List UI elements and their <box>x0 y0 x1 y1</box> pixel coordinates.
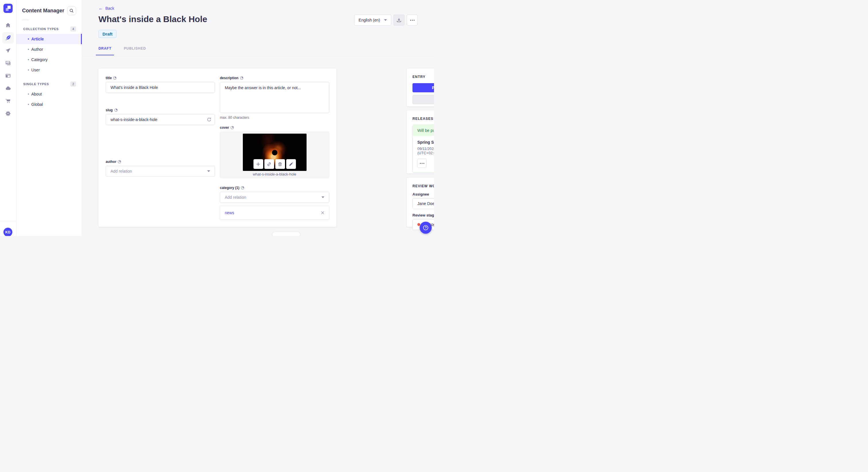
sidebar-item-label: Author <box>31 47 43 52</box>
save-button[interactable]: Save <box>412 95 434 104</box>
title-input[interactable] <box>105 82 215 93</box>
sidebar-item-user[interactable]: User <box>17 65 82 75</box>
releases-panel: RELEASES Will be published in Spring Sum… <box>407 110 434 173</box>
content-manager-icon[interactable] <box>2 32 14 43</box>
slug-field-label: slug <box>105 108 215 112</box>
back-arrow-icon: ← <box>98 6 103 11</box>
logo-shape-2 <box>6 8 9 11</box>
sidebar-item-article[interactable]: Article <box>17 34 82 44</box>
locale-select[interactable]: English (en) <box>354 14 391 26</box>
tab-published[interactable]: PUBLISHED <box>124 46 146 55</box>
description-hint: max. 80 characters <box>220 115 329 120</box>
content-type-builder-icon[interactable] <box>2 70 14 81</box>
sidebar-title: Content Manager <box>22 8 64 14</box>
back-label: Back <box>105 6 114 11</box>
content-manager-sidebar: Content Manager COLLECTION TYPES 4 Artic… <box>17 0 82 236</box>
slug-input[interactable] <box>105 114 215 125</box>
review-stage-label: Review stage <box>412 213 434 217</box>
locale-value: English (en) <box>359 18 380 22</box>
collection-types-count: 4 <box>70 26 76 32</box>
sidebar-item-category[interactable]: Category <box>17 55 82 65</box>
release-more-button[interactable] <box>417 159 427 168</box>
relation-item-news[interactable]: news <box>220 206 329 220</box>
author-field-label: author <box>105 160 215 164</box>
description-textarea[interactable]: Maybe the answer is in this article, or … <box>220 82 329 113</box>
bullet-icon <box>28 38 29 40</box>
author-placeholder: Add relation <box>111 169 132 173</box>
sidebar-item-author[interactable]: Author <box>17 44 82 55</box>
field-label-text: category (1) <box>220 186 239 190</box>
delete-media-button[interactable] <box>275 159 285 169</box>
ellipsis-icon <box>410 20 414 21</box>
assignee-value: Jane Doe <box>417 201 434 206</box>
sidebar-item-about[interactable]: About <box>17 89 82 99</box>
tabs-divider <box>82 56 434 57</box>
main-nav-rail: KD <box>0 0 17 236</box>
cover-field-label: cover <box>220 126 329 130</box>
assignee-label: Assignee <box>412 192 434 196</box>
bottom-scroll-pill[interactable] <box>272 232 300 236</box>
back-link[interactable]: ← Back <box>98 6 114 11</box>
sidebar-item-label: About <box>31 92 42 96</box>
header-more-button[interactable] <box>407 14 417 26</box>
trash-icon <box>278 162 282 166</box>
refresh-icon <box>207 117 212 122</box>
review-workflows-panel: REVIEW WORKFLOWS Assignee Jane Doe Revie… <box>407 178 434 227</box>
media-library-icon[interactable] <box>2 57 14 69</box>
assignee-select[interactable]: Jane Doe <box>412 198 434 209</box>
copy-link-button[interactable] <box>265 159 274 169</box>
search-button[interactable] <box>67 6 76 15</box>
bullet-icon <box>28 94 29 95</box>
bullet-icon <box>28 49 29 50</box>
author-relation-select[interactable]: Add relation <box>105 166 215 177</box>
search-icon <box>69 9 74 13</box>
rail-divider <box>0 221 16 222</box>
marketplace-icon[interactable] <box>2 95 14 107</box>
sidebar-item-global[interactable]: Global <box>17 99 82 109</box>
page-title: What's inside a Black Hole <box>98 14 207 24</box>
sidebar-item-label: Article <box>31 37 44 41</box>
main-content: ← Back What's inside a Black Hole Englis… <box>82 0 434 236</box>
rail-nav <box>2 20 14 119</box>
download-icon <box>397 18 401 22</box>
cloud-icon[interactable] <box>2 82 14 94</box>
deploy-icon[interactable] <box>2 45 14 56</box>
edit-media-button[interactable] <box>286 159 296 169</box>
field-label-text: slug <box>105 108 113 112</box>
link-icon <box>267 162 271 166</box>
cover-actions <box>253 159 296 169</box>
ellipsis-icon <box>420 163 424 164</box>
release-status: Will be published in <box>413 125 434 136</box>
strapi-logo[interactable] <box>3 4 12 13</box>
globe-icon <box>113 76 117 80</box>
plus-icon <box>256 162 260 166</box>
bullet-icon <box>28 59 29 60</box>
bullet-icon <box>28 69 29 71</box>
settings-gear-icon[interactable] <box>2 108 14 119</box>
add-media-button[interactable] <box>253 159 263 169</box>
globe-icon <box>241 186 244 190</box>
question-icon <box>423 225 429 231</box>
bullet-icon <box>28 104 29 105</box>
entry-panel-title: ENTRY <box>412 75 434 79</box>
export-button[interactable] <box>394 14 404 26</box>
category-relation-select[interactable]: Add relation <box>220 192 329 203</box>
relation-link[interactable]: news <box>225 210 321 215</box>
help-button[interactable] <box>420 222 432 234</box>
tab-draft[interactable]: DRAFT <box>96 46 114 55</box>
header-controls: English (en) <box>354 14 417 26</box>
home-icon[interactable] <box>2 20 14 31</box>
collection-types-label: COLLECTION TYPES <box>23 27 59 31</box>
remove-relation-button[interactable] <box>321 211 324 214</box>
version-tabs: DRAFT PUBLISHED <box>98 46 146 55</box>
regenerate-slug-button[interactable] <box>207 117 212 122</box>
globe-icon <box>114 108 118 112</box>
cover-caption: what-s-inside-a-black-hole <box>220 172 329 176</box>
release-name: Spring Summer highlights <box>417 140 434 144</box>
sidebar-item-label: Category <box>31 57 48 62</box>
publish-button[interactable]: Publish <box>412 83 434 92</box>
sidebar-item-label: Global <box>31 102 43 107</box>
release-card: Will be published in Spring Summer highl… <box>412 125 434 173</box>
user-avatar[interactable]: KD <box>3 228 12 236</box>
field-label-text: author <box>105 160 116 164</box>
